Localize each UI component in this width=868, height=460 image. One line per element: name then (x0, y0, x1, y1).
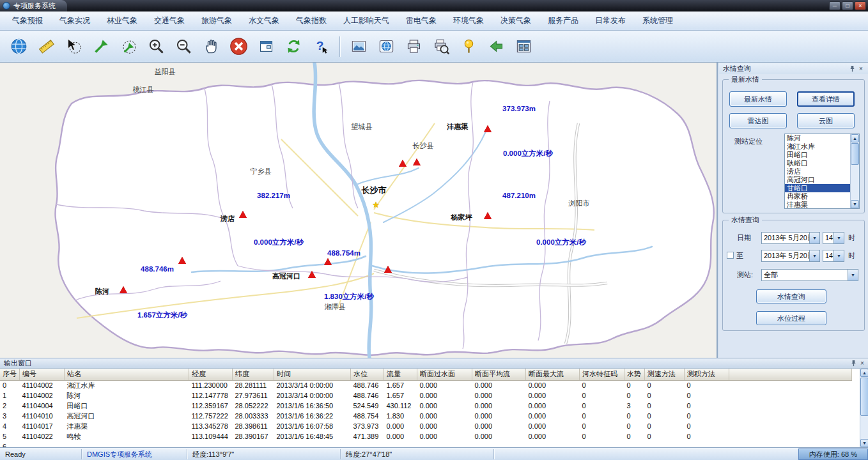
station-marker-icon[interactable] (120, 286, 127, 293)
close-button[interactable]: × (855, 1, 866, 10)
menu-item-12[interactable]: 服务产品 (539, 12, 587, 30)
station-marker-icon[interactable] (413, 158, 421, 165)
window-icon[interactable] (255, 36, 277, 57)
station-marker-icon[interactable] (324, 258, 332, 265)
scrollbar-thumb[interactable] (851, 143, 859, 165)
station-marker-icon[interactable] (399, 160, 407, 167)
chevron-down-icon[interactable]: ▼ (809, 250, 819, 261)
station-list-item[interactable]: 田峪口 (785, 151, 850, 159)
date-to-combo[interactable]: 2013年 5月20日▼ (761, 250, 820, 262)
station-marker-icon[interactable] (484, 212, 492, 219)
station-list-item[interactable]: 高冠河口 (785, 176, 850, 184)
minimize-button[interactable]: ─ (829, 1, 841, 10)
station-list-item[interactable]: 冉家桥 (785, 192, 850, 201)
station-list-item[interactable]: 陈河 (785, 134, 850, 142)
hour-from-combo[interactable]: 14▼ (823, 232, 844, 244)
measure-icon[interactable] (35, 36, 57, 57)
scroll-up-icon[interactable]: ▲ (851, 134, 859, 142)
menu-item-7[interactable]: 气象指数 (288, 12, 335, 30)
column-header[interactable]: 断面最大流 (526, 369, 580, 380)
scrollbar-thumb[interactable] (860, 378, 868, 416)
menu-item-14[interactable]: 系统管理 (634, 12, 681, 30)
refresh-icon[interactable] (283, 36, 304, 57)
column-header[interactable]: 时间 (274, 369, 351, 380)
menu-item-5[interactable]: 旅游气象 (193, 12, 240, 30)
date-from-combo[interactable]: 2013年 5月20日▼ (761, 232, 820, 244)
pan-arrow-icon[interactable] (90, 36, 112, 57)
stop-icon[interactable] (228, 36, 249, 57)
water-query-button[interactable]: 水情查询 (756, 289, 826, 303)
listbox-scrollbar[interactable]: ▲ ▼ (850, 134, 859, 208)
column-header[interactable]: 站名 (65, 369, 189, 380)
station-list-item[interactable]: 沣惠渠 (785, 201, 850, 208)
menu-item-10[interactable]: 环境气象 (445, 12, 492, 30)
cloud-image-button[interactable]: 云图 (797, 113, 855, 128)
column-header[interactable]: 断面平均流 (472, 369, 526, 380)
help-icon[interactable]: ? (310, 36, 332, 57)
select-lasso-icon[interactable] (63, 36, 84, 57)
chevron-down-icon[interactable]: ▼ (833, 233, 844, 243)
print-icon[interactable] (403, 36, 424, 57)
station-marker-icon[interactable] (484, 125, 492, 132)
pan-hand-icon[interactable] (200, 36, 222, 57)
globe-icon[interactable] (8, 36, 29, 57)
menu-item-1[interactable]: 气象预报 (4, 12, 51, 30)
station-list-item[interactable]: 湘江水库 (785, 142, 850, 151)
water-level-process-button[interactable]: 水位过程 (756, 311, 826, 325)
column-header[interactable]: 编号 (20, 369, 65, 380)
station-combo[interactable]: 全部▼ (761, 269, 858, 281)
print-preview-icon[interactable] (430, 36, 452, 57)
column-header[interactable]: 经度 (189, 369, 233, 380)
table-row[interactable]: 141104002陈河112.14777827.9736112013/3/14 … (0, 390, 852, 401)
hour-to-combo[interactable]: 14▼ (823, 250, 844, 262)
pin-icon[interactable] (849, 359, 858, 368)
station-marker-icon[interactable] (178, 257, 186, 264)
back-icon[interactable] (485, 36, 507, 57)
station-locator-listbox[interactable]: 陈河湘江水库田峪口耿峪口涝店高冠河口甘峪口冉家桥沣惠渠 ▲ ▼ (784, 134, 860, 209)
table-row[interactable]: 441104017沣惠渠113.34527828.3986112013/1/6 … (0, 421, 852, 431)
globe-image-icon[interactable] (375, 36, 397, 57)
table-row[interactable]: 341104010高冠河口112.75722228.0033332013/1/6… (0, 411, 852, 421)
menu-item-11[interactable]: 决策气象 (492, 12, 539, 30)
column-header[interactable]: 水位 (351, 369, 384, 380)
zoom-out-icon[interactable] (173, 36, 194, 57)
close-output-icon[interactable]: × (858, 359, 867, 368)
column-header[interactable]: 流量 (384, 369, 417, 380)
station-marker-icon[interactable] (308, 271, 316, 278)
marker-icon[interactable] (458, 36, 479, 57)
chevron-down-icon[interactable]: ▼ (809, 233, 819, 243)
table-row[interactable]: 541104022鸣犊113.10944428.3901672013/1/6 1… (0, 431, 852, 441)
column-header[interactable]: 断面过水面 (417, 369, 472, 380)
column-header[interactable]: 序号 (0, 369, 20, 380)
table-row[interactable]: 6 (0, 441, 852, 447)
table-row[interactable]: 241104004田峪口112.35916728.0522222013/1/6 … (0, 401, 852, 411)
chevron-down-icon[interactable]: ▼ (848, 270, 858, 280)
zoom-in-icon[interactable] (145, 36, 167, 57)
radar-chart-button[interactable]: 雷达图 (729, 113, 787, 128)
chevron-down-icon[interactable]: ▼ (833, 250, 844, 261)
scroll-down-icon[interactable]: ▼ (860, 439, 868, 447)
column-header[interactable]: 水势 (624, 369, 645, 380)
station-list-item[interactable]: 涝店 (785, 167, 850, 176)
column-header[interactable]: 纬度 (233, 369, 274, 380)
menu-item-6[interactable]: 水文气象 (240, 12, 288, 30)
map-viewport[interactable]: 益阳县桃江县宁乡县望城县长沙县浏阳市湘潭县长沙市涝店陈河高冠河口杨家坪沣惠渠37… (0, 63, 718, 358)
latest-water-button[interactable]: 最新水情 (729, 91, 787, 107)
output-scrollbar[interactable]: ▲ ▼ (860, 369, 868, 447)
menu-item-9[interactable]: 雷电气象 (398, 12, 445, 30)
to-date-checkbox[interactable] (727, 252, 734, 259)
maximize-button[interactable]: □ (842, 1, 853, 10)
fullscreen-icon[interactable] (513, 36, 534, 57)
scroll-up-icon[interactable]: ▲ (860, 369, 868, 377)
close-panel-icon[interactable]: × (856, 64, 865, 73)
view-details-button[interactable]: 查看详情 (797, 91, 855, 107)
menu-item-2[interactable]: 气象实况 (51, 12, 98, 30)
station-marker-icon[interactable] (239, 211, 247, 218)
scroll-down-icon[interactable]: ▼ (851, 200, 859, 208)
menu-item-3[interactable]: 林业气象 (98, 12, 146, 30)
select-circle-icon[interactable] (118, 36, 139, 57)
column-header[interactable]: 河水特征码 (580, 369, 624, 380)
menu-item-8[interactable]: 人工影响天气 (335, 12, 398, 30)
station-marker-icon[interactable] (384, 266, 392, 273)
pin-icon[interactable] (848, 64, 856, 73)
